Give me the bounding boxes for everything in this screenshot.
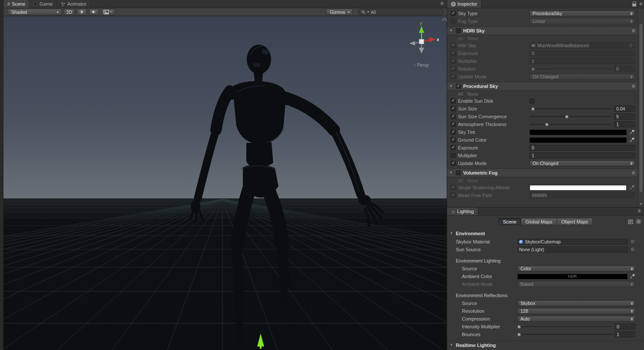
realtime-lighting-foldout[interactable]: Realtime Lighting <box>447 340 644 349</box>
hdri-exposure-field[interactable]: 0 <box>530 50 635 56</box>
volumetric-none-button[interactable]: None <box>467 178 478 183</box>
fog-type-override-checkbox[interactable] <box>451 19 456 24</box>
procedural-exposure-override-checkbox[interactable] <box>451 145 456 150</box>
inspector-scrollbar[interactable] <box>637 8 644 207</box>
skybox-material-object-field[interactable]: Skybox/Cubemap <box>517 239 628 245</box>
sun-size-override-checkbox[interactable] <box>451 106 456 111</box>
hdri-rotation-override-checkbox[interactable] <box>451 66 456 71</box>
lighting-pane-menu-icon[interactable] <box>636 208 642 214</box>
sun-size-convergence-slider[interactable] <box>530 113 612 120</box>
scene-search-field[interactable]: All <box>358 9 444 15</box>
slider-thumb[interactable] <box>545 123 549 126</box>
foldout-arrow-icon[interactable] <box>449 29 454 33</box>
tab-inspector[interactable]: Inspector <box>447 0 481 8</box>
bounces-slider[interactable] <box>517 331 613 337</box>
projection-mode-button[interactable]: Persp <box>414 62 429 68</box>
section-procedural-sky[interactable]: Procedural Sky <box>447 82 637 91</box>
atmosphere-thickness-override-checkbox[interactable] <box>451 122 456 127</box>
eyedropper-icon[interactable] <box>629 137 635 143</box>
albedo-override-checkbox[interactable] <box>451 185 456 190</box>
scene-viewport[interactable]: y x Persp <box>3 16 447 350</box>
sun-size-slider[interactable] <box>530 106 612 112</box>
volumetric-fog-enable-checkbox[interactable] <box>456 170 461 175</box>
foldout-arrow-icon[interactable] <box>450 343 454 347</box>
procedural-exposure-field[interactable]: 0 <box>530 145 635 151</box>
intensity-multiplier-slider[interactable] <box>517 324 613 330</box>
sun-source-object-field[interactable]: None (Light) <box>517 246 628 253</box>
hdri-update-mode-override-checkbox[interactable] <box>451 74 456 79</box>
compression-dropdown[interactable]: Auto <box>517 316 635 322</box>
object-picker-icon[interactable] <box>628 42 634 49</box>
volumetric-fog-menu-icon[interactable] <box>632 170 635 175</box>
tab-lighting[interactable]: Lighting <box>447 207 478 215</box>
procedural-multiplier-field[interactable]: 1 <box>530 152 635 159</box>
hdri-exposure-override-checkbox[interactable] <box>451 51 456 56</box>
lighting-tab-global-maps[interactable]: Global Maps <box>521 218 557 225</box>
environment-foldout[interactable]: Environment <box>447 229 644 238</box>
tab-game[interactable]: Game <box>29 0 57 8</box>
lighting-tab-scene[interactable]: Scene <box>498 218 521 225</box>
sun-size-field[interactable]: 0.04 <box>614 106 635 112</box>
scene-pane-menu-icon[interactable] <box>439 1 445 7</box>
bounces-field[interactable]: 1 <box>615 331 635 337</box>
hdri-update-mode-dropdown[interactable]: On Changed <box>530 74 635 80</box>
hdri-sky-object-field[interactable]: MuirWoodWhiteBalanced <box>530 42 635 49</box>
sky-type-dropdown[interactable]: ProceduralSky <box>530 10 635 16</box>
tab-scene[interactable]: Scene <box>3 0 29 8</box>
eyedropper-icon[interactable] <box>629 185 635 191</box>
hdri-multiplier-field[interactable]: 1 <box>530 58 635 64</box>
robot-model[interactable] <box>3 16 447 350</box>
ground-color-swatch[interactable] <box>530 137 627 143</box>
procedural-none-button[interactable]: None <box>467 91 478 97</box>
procedural-all-button[interactable]: All <box>458 91 463 97</box>
mean-free-path-field[interactable]: 999999 <box>530 192 635 198</box>
env-lighting-source-dropdown[interactable]: Color <box>517 266 635 272</box>
sky-type-override-checkbox[interactable] <box>451 11 456 16</box>
scrollbar-thumb[interactable] <box>639 23 643 193</box>
scene-lighting-toggle-button[interactable] <box>77 9 87 15</box>
hdri-multiplier-override-checkbox[interactable] <box>451 58 456 64</box>
procedural-sky-enable-checkbox[interactable] <box>456 84 461 89</box>
sky-tint-color-swatch[interactable] <box>530 130 627 135</box>
scene-orientation-gizmo[interactable]: y x Persp <box>403 20 440 68</box>
sky-tint-override-checkbox[interactable] <box>451 130 456 135</box>
gear-icon[interactable] <box>636 219 641 224</box>
scene-effects-dropdown-button[interactable] <box>101 9 115 15</box>
resolution-dropdown[interactable]: 128 <box>517 308 635 314</box>
section-volumetric-fog[interactable]: Volumetric Fog <box>447 169 637 177</box>
ground-color-override-checkbox[interactable] <box>451 137 456 143</box>
hdri-sky-menu-icon[interactable] <box>632 28 635 33</box>
object-picker-icon[interactable] <box>630 239 635 245</box>
sun-size-convergence-override-checkbox[interactable] <box>451 114 456 119</box>
sun-disk-override-checkbox[interactable] <box>451 98 456 104</box>
gizmos-dropdown[interactable]: Gizmos <box>326 9 353 15</box>
slider-thumb[interactable] <box>531 67 535 71</box>
enable-sun-disk-checkbox[interactable] <box>530 98 535 104</box>
inspector-lock-icon[interactable] <box>632 3 636 6</box>
hdri-sky-override-checkbox[interactable] <box>451 43 456 48</box>
foldout-arrow-icon[interactable] <box>450 231 454 236</box>
tab-animator[interactable]: Animator <box>57 0 91 8</box>
slider-thumb[interactable] <box>517 325 521 329</box>
procedural-sky-menu-icon[interactable] <box>632 84 635 89</box>
procedural-update-mode-dropdown[interactable]: On Changed <box>530 160 635 166</box>
procedural-update-mode-override-checkbox[interactable] <box>451 161 456 166</box>
statistics-icon[interactable] <box>628 219 633 224</box>
intensity-multiplier-field[interactable]: 0 <box>615 324 635 330</box>
fog-type-dropdown[interactable]: Linear <box>530 18 635 24</box>
reflections-source-dropdown[interactable]: Skybox <box>517 300 635 306</box>
search-filter-caret-icon[interactable] <box>367 11 369 13</box>
albedo-color-swatch[interactable] <box>530 185 627 191</box>
scene-audio-toggle-button[interactable] <box>89 9 99 15</box>
slider-thumb[interactable] <box>517 333 521 337</box>
ambient-color-swatch[interactable]: HDR <box>517 274 628 279</box>
volumetric-all-button[interactable]: All <box>458 178 463 183</box>
slider-thumb[interactable] <box>565 115 569 119</box>
foldout-arrow-icon[interactable] <box>449 171 454 175</box>
hdri-none-button[interactable]: None <box>467 36 478 41</box>
section-hdri-sky[interactable]: HDRI Sky <box>447 26 637 35</box>
eyedropper-icon[interactable] <box>629 129 635 135</box>
procedural-multiplier-override-checkbox[interactable] <box>451 153 456 158</box>
scrollbar-down-arrow-icon[interactable] <box>638 201 644 207</box>
hdri-rotation-slider[interactable] <box>530 66 612 72</box>
